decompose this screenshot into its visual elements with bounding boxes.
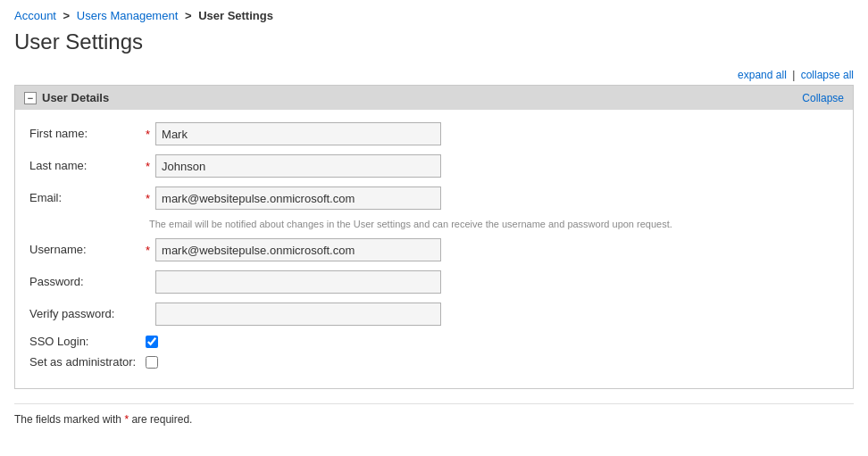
last-name-label: Last name: bbox=[29, 154, 146, 172]
first-name-field: * bbox=[146, 122, 441, 145]
email-label: Email: bbox=[29, 187, 146, 204]
breadcrumb-account-link[interactable]: Account bbox=[14, 9, 56, 22]
section-collapse-link[interactable]: Collapse bbox=[802, 92, 844, 104]
breadcrumb-sep2: > bbox=[185, 9, 192, 22]
username-label: Username: bbox=[29, 238, 146, 256]
email-hint: The email will be notified about changes… bbox=[149, 219, 828, 229]
sso-login-row: SSO Login: bbox=[29, 335, 839, 348]
collapse-icon[interactable]: − bbox=[24, 92, 37, 104]
email-field-wrapper: * bbox=[146, 187, 441, 210]
password-label: Password: bbox=[29, 270, 146, 288]
username-input[interactable] bbox=[155, 238, 441, 261]
page-title: User Settings bbox=[14, 29, 854, 54]
email-row: Email: * bbox=[29, 187, 839, 210]
password-input[interactable] bbox=[155, 270, 441, 294]
first-name-input[interactable] bbox=[155, 122, 441, 145]
expand-collapse-bar: expand all | collapse all bbox=[14, 69, 854, 81]
breadcrumb-current: User Settings bbox=[198, 9, 273, 22]
last-name-required-star: * bbox=[146, 160, 150, 173]
email-input[interactable] bbox=[155, 187, 441, 210]
sso-login-checkbox[interactable] bbox=[146, 336, 158, 348]
first-name-label: First name: bbox=[29, 122, 146, 140]
breadcrumb: Account > Users Management > User Settin… bbox=[14, 9, 854, 22]
last-name-input[interactable] bbox=[155, 154, 441, 178]
section-header: − User Details Collapse bbox=[15, 86, 853, 110]
verify-password-star-spacer: * bbox=[146, 308, 150, 321]
set-admin-checkbox[interactable] bbox=[146, 356, 158, 369]
password-field-wrapper: * bbox=[146, 270, 441, 294]
footer-note: The fields marked with * are required. bbox=[14, 403, 854, 426]
sso-login-label: SSO Login: bbox=[29, 335, 146, 348]
username-required-star: * bbox=[146, 244, 150, 257]
username-row: Username: * bbox=[29, 238, 839, 261]
first-name-required-star: * bbox=[146, 128, 150, 141]
password-star-spacer: * bbox=[146, 276, 150, 289]
password-row: Password: * bbox=[29, 270, 839, 294]
section-header-left: − User Details bbox=[24, 91, 109, 104]
expand-collapse-sep: | bbox=[792, 69, 795, 81]
set-admin-label: Set as administrator: bbox=[29, 355, 146, 369]
collapse-all-link[interactable]: collapse all bbox=[801, 69, 854, 81]
last-name-row: Last name: * bbox=[29, 154, 839, 178]
set-admin-row: Set as administrator: bbox=[29, 355, 839, 369]
last-name-field: * bbox=[146, 154, 441, 178]
username-field-wrapper: * bbox=[146, 238, 441, 261]
breadcrumb-sep1: > bbox=[63, 9, 71, 22]
email-required-star: * bbox=[146, 192, 150, 205]
verify-password-label: Verify password: bbox=[29, 303, 146, 320]
first-name-row: First name: * bbox=[29, 122, 839, 145]
user-details-section: − User Details Collapse First name: * La… bbox=[14, 85, 854, 389]
verify-password-input[interactable] bbox=[155, 303, 441, 326]
footer-note-text1: The fields marked with bbox=[14, 413, 121, 426]
verify-password-field-wrapper: * bbox=[146, 303, 441, 326]
verify-password-row: Verify password: * bbox=[29, 303, 839, 326]
section-title: User Details bbox=[42, 91, 109, 104]
section-body: First name: * Last name: * Email: * The … bbox=[15, 110, 853, 388]
footer-note-text2: are required. bbox=[131, 413, 192, 426]
expand-all-link[interactable]: expand all bbox=[738, 69, 787, 81]
breadcrumb-users-link[interactable]: Users Management bbox=[77, 9, 178, 22]
